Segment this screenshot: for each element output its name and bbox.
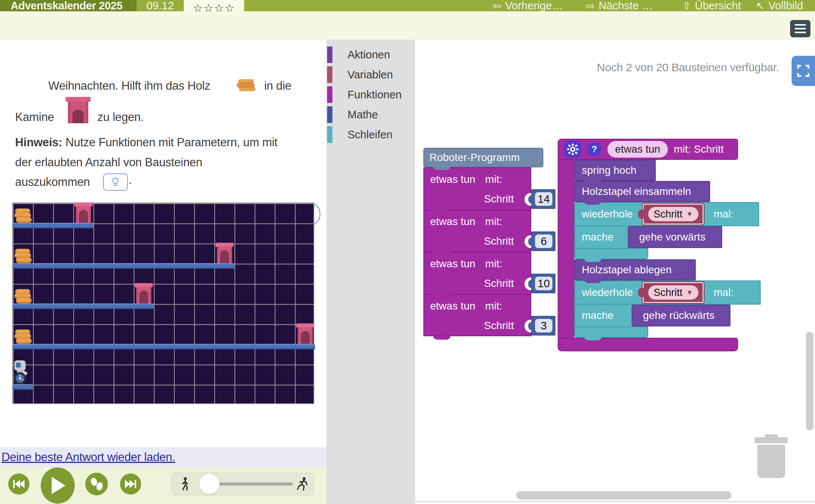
hamburger-icon <box>795 24 806 26</box>
app-root: Adventskalender 2025 09.12 ⇦ Vorherige… … <box>0 0 815 504</box>
block-wiederhole-2-foot <box>574 326 648 338</box>
block-call-etwas-tun-4[interactable]: etwas tunmit: Schritt <box>423 294 531 336</box>
skip-start-icon <box>13 479 25 489</box>
slider-track <box>214 483 293 486</box>
horizontal-scrollbar[interactable] <box>516 491 731 499</box>
vertical-scrollbar[interactable] <box>806 332 813 430</box>
nav-fullscreen[interactable]: ↖ Vollbild <box>756 0 803 11</box>
toolbox-category-mathe[interactable]: Mathe <box>326 106 415 123</box>
arrow-left-icon: ⇦ <box>492 0 501 12</box>
menu-button[interactable] <box>790 20 810 37</box>
category-label: Mathe <box>348 109 378 121</box>
hint-bulb-button[interactable] <box>103 173 128 191</box>
nav-overview-label: Übersicht <box>695 0 741 12</box>
arrow-up-icon: ⇧ <box>682 0 691 12</box>
chimney-target <box>296 323 314 344</box>
block-number-14[interactable]: 14 <box>531 189 555 209</box>
toolbox-category-schleifen[interactable]: Schleifen <box>326 126 415 143</box>
game-grid <box>12 202 314 404</box>
platform <box>13 344 315 349</box>
arrow-right-icon: ⇨ <box>586 0 595 12</box>
play-icon <box>50 477 65 494</box>
wood-stack <box>14 249 32 263</box>
blocks-remaining-text: Noch 2 von 20 Bausteinen verfügbar. <box>597 61 779 74</box>
gear-icon[interactable] <box>564 141 581 158</box>
block-wiederhole-2-mache: mache <box>574 305 632 326</box>
dropdown-arrow-icon[interactable]: ▼ <box>686 289 693 297</box>
walking-person-icon <box>180 477 190 491</box>
footprints-icon <box>90 477 103 491</box>
skip-to-end-button[interactable] <box>120 473 141 495</box>
category-color-bar <box>327 126 332 143</box>
hint-label: Hinweis: <box>15 136 62 149</box>
wood-icon <box>236 79 257 92</box>
block-toolbox: AktionenVariablenFunktionenMatheSchleife… <box>326 40 415 504</box>
block-call-etwas-tun-3[interactable]: etwas tunmit: Schritt <box>423 252 531 294</box>
hint-line1: Hinweis: Nutze Funktionen mit Parametern… <box>15 136 277 149</box>
toolbox-category-variablen[interactable]: Variablen <box>326 66 415 83</box>
platform <box>13 263 234 269</box>
block-wiederhole-1[interactable]: wiederhole Schritt▼ mal: <box>574 202 759 226</box>
lightbulb-icon <box>110 176 121 188</box>
block-variable-schritt[interactable]: Schritt▼ <box>642 203 704 225</box>
block-holzstapel-ablegen[interactable]: Holzstapel ablegen <box>574 259 696 280</box>
category-label: Schleifen <box>348 129 392 141</box>
block-number-3[interactable]: 3 <box>531 316 555 335</box>
function-name-field[interactable]: etwas tun <box>607 141 668 158</box>
nav-next-label: Nächste … <box>598 0 652 12</box>
help-icon[interactable]: ? <box>587 142 601 156</box>
block-spring-hoch[interactable]: spring hoch <box>574 160 656 181</box>
platform <box>13 223 94 228</box>
block-wiederhole-1-foot <box>574 248 648 259</box>
block-number-6[interactable]: 6 <box>531 231 555 251</box>
workspace-fullscreen-button[interactable] <box>792 56 815 86</box>
block-gehe-vorwaerts[interactable]: gehe vorwärts <box>628 226 722 248</box>
arrow-upleft-icon: ↖ <box>756 0 764 12</box>
play-button[interactable] <box>41 467 75 504</box>
fullscreen-icon <box>797 65 809 77</box>
block-call-etwas-tun-2[interactable]: etwas tunmit: Schritt <box>423 210 531 252</box>
hint-line3: auszukommen <box>15 175 90 189</box>
hint-period: . <box>129 173 132 187</box>
robot-character <box>13 360 30 384</box>
robot-platform <box>13 384 33 390</box>
chimney-target <box>135 283 153 303</box>
category-color-bar <box>327 86 332 103</box>
category-color-bar <box>327 46 332 63</box>
app-title: Adventskalender 2025 <box>11 0 122 12</box>
trash-can-icon[interactable] <box>755 434 788 478</box>
nav-next[interactable]: ⇨ Nächste … <box>586 0 653 11</box>
nav-previous[interactable]: ⇦ Vorherige… <box>492 0 563 11</box>
skip-to-start-button[interactable] <box>8 473 29 495</box>
chimney-target <box>215 243 234 263</box>
task-text-line1b: in die <box>264 79 291 93</box>
step-button[interactable] <box>85 473 108 495</box>
task-text-line2a: Kamine <box>15 110 54 124</box>
reload-best-answer-link[interactable]: Deine beste Antwort wieder laden. <box>2 450 175 464</box>
block-gehe-rueckwaerts[interactable]: gehe rückwärts <box>632 305 730 326</box>
nav-previous-label: Vorherige… <box>505 0 563 12</box>
block-wiederhole-2[interactable]: wiederhole Schritt▼ mal: <box>574 280 761 305</box>
category-color-bar <box>327 66 332 83</box>
function-definition-foot <box>558 338 738 351</box>
block-number-10[interactable]: 10 <box>531 274 555 293</box>
block-function-definition-header[interactable]: ? etwas tun mit: Schritt <box>558 139 738 160</box>
wood-stack <box>14 208 32 223</box>
block-call-etwas-tun-1[interactable]: etwas tunmit: Schritt <box>423 167 531 210</box>
dropdown-arrow-icon[interactable]: ▼ <box>686 210 693 218</box>
slider-thumb[interactable] <box>199 474 220 494</box>
running-person-icon <box>297 477 308 491</box>
toolbox-category-funktionen[interactable]: Funktionen <box>326 86 415 103</box>
category-label: Variablen <box>348 69 393 81</box>
block-variable-schritt-2[interactable]: Schritt▼ <box>642 281 704 304</box>
block-roboter-programm[interactable]: Roboter-Programm <box>423 148 543 167</box>
nav-overview[interactable]: ⇧ Übersicht <box>682 0 741 11</box>
function-definition-spine <box>558 160 574 338</box>
category-label: Aktionen <box>348 49 390 61</box>
block-holzstapel-einsammeln[interactable]: Holzstapel einsammeln <box>574 181 710 202</box>
speed-slider[interactable] <box>172 473 314 495</box>
chimney-target <box>74 202 92 223</box>
toolbox-category-aktionen[interactable]: Aktionen <box>326 46 415 63</box>
hint-line2: der erlaubten Anzahl von Bausteinen <box>15 156 202 169</box>
date-badge: 09.12 <box>137 0 184 11</box>
